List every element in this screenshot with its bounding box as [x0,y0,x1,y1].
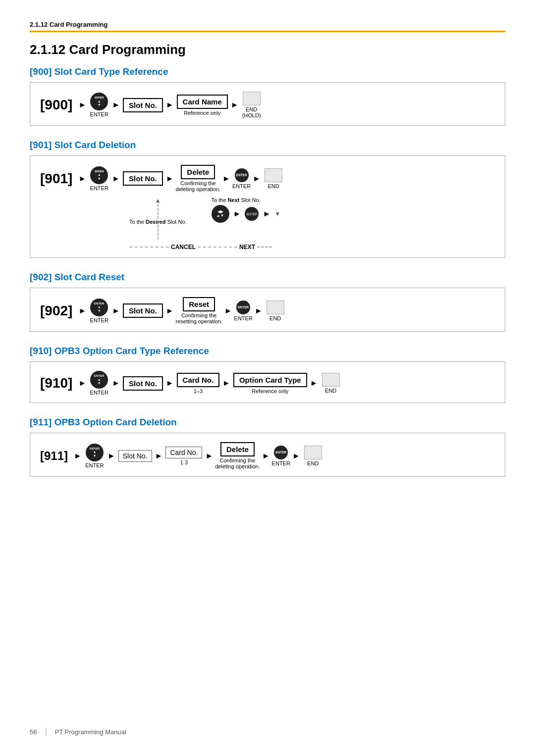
end-box-902: END [265,301,286,321]
enter-btn2-911: ENTER ENTER [272,446,290,466]
delete-911: Delete Confirming thedeleting operation. [215,442,260,469]
header-section-ref: 2.1.12 Card Programming [30,21,108,28]
enter-btn2-902: ENTER ENTER [234,301,253,321]
top-header: 2.1.12 Card Programming [30,20,505,32]
diagram-910: [910] ► ENTER ▲ ▼ ENTER ► Slot No. ► Car… [30,361,505,403]
code-910: [910] [40,375,76,391]
end-box-911: END [302,446,324,466]
arrow: ► [166,101,174,109]
code-901: [901] [40,171,76,187]
diagram-901: [901] ► ENTER ▲ ▼ ENTER ► Slot No. ► Del… [30,155,505,258]
next-slot-note: To the Next Slot No. [212,197,281,203]
end-box-900: END(HOLD) [241,92,263,118]
slot-no-911: Slot No. [117,450,153,462]
slot-no-910: Slot No. [122,376,164,391]
section-911-heading: [911] OPB3 Option Card Deletion [30,417,505,428]
card-no-910: Card No. 1–3 [176,373,221,394]
slot-no-901: Slot No. [122,171,164,186]
diagram-902: [902] ► ENTER ▲ ▼ ENTER ► Slot No. ► Res… [30,288,505,332]
arrow: ► [78,101,86,109]
desired-slot-note: To the Desired Slot No. [129,219,187,225]
reset-902: Reset Confirming theresetting operation. [176,297,222,324]
cancel-label: CANCEL [171,244,196,251]
slot-no-902: Slot No. [122,303,164,318]
card-no-911: Card No. 1 3 [164,447,203,465]
end-box-910: END [320,373,342,394]
arrow: ► [231,101,239,109]
cancel-next-row: CANCEL NEXT [129,244,495,251]
arrow: ► [112,101,120,109]
diagram-911: [911] ► ENTER ▲ ▼ ENTER ► Slot No. ► Car… [30,433,505,477]
footer: 56 | PT Programming Manual [30,727,126,736]
code-902: [902] [40,303,76,319]
page-title: 2.1.12 Card Programming [30,42,505,57]
option-card-type-910: Option Card Type Reference only [232,373,308,394]
enter-btn-901: ENTER ▲ ▼ ENTER [88,166,110,191]
diagram-900: [900] ► ENTER ▲ ▼ ENTER ► Slot No. ► Car… [30,82,505,126]
delete-901: Delete Confirming thedeleting operation. [176,165,221,192]
enter-btn2-901: ENTER ENTER [232,168,251,189]
enter-btn-910: ENTER ▲ ▼ ENTER [88,371,110,396]
page-number: 56 [30,728,37,736]
code-900: [900] [40,97,76,113]
section-901-heading: [901] Slot Card Deletion [30,140,505,151]
end-box-901: END [263,168,284,189]
section-900-heading: [900] Slot Card Type Reference [30,66,505,77]
enter-btn-902: ENTER ▲ ▼ ENTER [88,299,110,323]
slot-no-900: Slot No. [122,98,164,112]
code-911: [911] [40,449,72,463]
branch-901: ▲ To the Desired Slot No. To the Next Sl… [129,197,495,251]
manual-title: PT Programming Manual [55,728,126,736]
card-name-900: Card Name Reference only [176,95,229,116]
enter-btn-911: ENTER ▲ ▼ ENTER [84,444,106,468]
section-902-heading: [902] Slot Card Reset [30,272,505,283]
enter-btn-900: ENTER ▲ ▼ ENTER [88,93,110,117]
next-label: NEXT [239,244,255,251]
section-910-heading: [910] OPB3 Option Card Type Reference [30,346,505,356]
